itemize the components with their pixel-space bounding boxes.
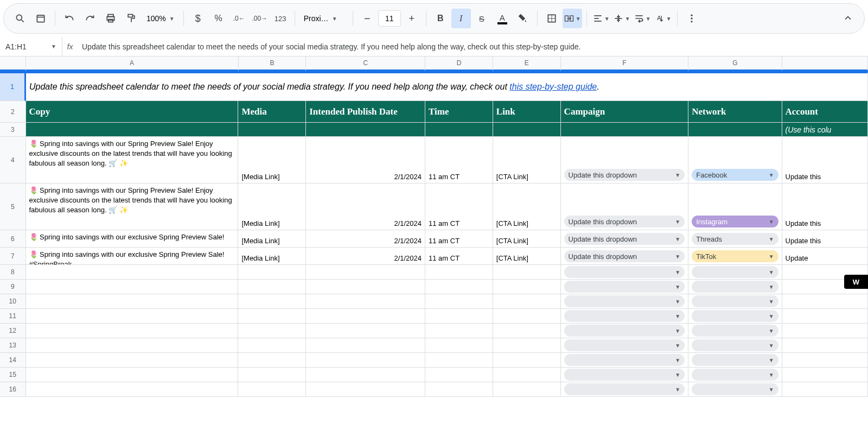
- cell[interactable]: [782, 368, 868, 382]
- dropdown-chip[interactable]: ▼: [692, 295, 778, 307]
- cell[interactable]: [493, 294, 561, 309]
- cell[interactable]: [306, 280, 425, 294]
- row-header[interactable]: 14: [0, 353, 26, 368]
- cell[interactable]: [688, 123, 782, 137]
- row-header[interactable]: 8: [0, 265, 26, 280]
- cell-campaign[interactable]: ▼: [561, 294, 689, 309]
- cell[interactable]: [493, 324, 561, 338]
- paint-format-icon[interactable]: [122, 9, 141, 28]
- horizontal-align-button[interactable]: ▼: [591, 9, 611, 28]
- cell[interactable]: [493, 338, 561, 353]
- select-all-corner[interactable]: [0, 56, 26, 72]
- cell-account[interactable]: Update: [782, 248, 868, 265]
- currency-format-button[interactable]: $: [188, 9, 208, 28]
- cell[interactable]: [782, 353, 868, 368]
- dropdown-chip[interactable]: ▼: [692, 383, 778, 395]
- cell-copy[interactable]: 🌷 Spring into savings with our Spring Pr…: [26, 184, 239, 230]
- dropdown-chip[interactable]: ▼: [692, 354, 778, 366]
- cell-account[interactable]: Update this: [782, 230, 868, 248]
- cell[interactable]: [238, 353, 306, 368]
- cell-account[interactable]: Update this: [782, 184, 868, 230]
- merge-cells-button[interactable]: ▼: [563, 9, 582, 28]
- cell[interactable]: [306, 294, 425, 309]
- cell-network[interactable]: ▼: [688, 294, 782, 309]
- dropdown-chip[interactable]: Facebook▼: [692, 169, 778, 181]
- cell[interactable]: [782, 382, 868, 397]
- cell[interactable]: [306, 338, 425, 353]
- cell-date[interactable]: 2/1/2024: [306, 230, 425, 248]
- cell[interactable]: [306, 309, 425, 324]
- cell-network[interactable]: TikTok▼: [688, 248, 782, 265]
- cell-link[interactable]: [CTA Link]: [493, 137, 561, 184]
- cell[interactable]: [493, 368, 561, 382]
- cell-time[interactable]: 11 am CT: [425, 137, 493, 184]
- header-copy[interactable]: Copy: [26, 101, 239, 123]
- increase-decimal-button[interactable]: .00→: [250, 9, 270, 28]
- cell-time[interactable]: 11 am CT: [425, 248, 493, 265]
- col-header[interactable]: B: [239, 56, 307, 72]
- dropdown-chip[interactable]: Instagram▼: [692, 216, 778, 227]
- cell[interactable]: [425, 280, 493, 294]
- font-family-select[interactable]: Proxi…▼: [299, 14, 348, 23]
- decrease-font-button[interactable]: −: [358, 9, 377, 28]
- cell-network[interactable]: ▼: [688, 265, 782, 280]
- header-account[interactable]: Account: [782, 101, 868, 123]
- cell[interactable]: [493, 353, 561, 368]
- cell-time[interactable]: 11 am CT: [425, 230, 493, 248]
- strikethrough-button[interactable]: S: [472, 9, 492, 28]
- header-campaign[interactable]: Campaign: [561, 101, 689, 123]
- row-header[interactable]: 3: [0, 123, 26, 137]
- vertical-align-button[interactable]: ▼: [612, 9, 631, 28]
- cell-campaign[interactable]: Update this dropdown▼: [561, 248, 689, 265]
- cell[interactable]: [238, 265, 306, 280]
- cell-campaign[interactable]: ▼: [561, 265, 689, 280]
- cell[interactable]: [782, 324, 868, 338]
- cell[interactable]: [782, 294, 868, 309]
- cell[interactable]: [425, 324, 493, 338]
- cell-campaign[interactable]: ▼: [561, 309, 689, 324]
- col-header[interactable]: D: [425, 56, 493, 72]
- increase-font-button[interactable]: +: [402, 9, 422, 28]
- cell[interactable]: [561, 123, 689, 137]
- cell-date[interactable]: 2/1/2024: [306, 184, 425, 230]
- row-header[interactable]: 12: [0, 324, 26, 338]
- redo-icon[interactable]: [80, 9, 100, 28]
- cell-copy[interactable]: 🌷 Spring into savings with our exclusive…: [26, 230, 239, 248]
- text-color-button[interactable]: A: [493, 9, 512, 28]
- cell[interactable]: [26, 294, 239, 309]
- cell[interactable]: [238, 324, 306, 338]
- dropdown-chip[interactable]: Update this dropdown▼: [564, 233, 685, 245]
- dropdown-chip[interactable]: TikTok▼: [692, 250, 778, 262]
- cell[interactable]: [493, 280, 561, 294]
- row-header[interactable]: 11: [0, 309, 26, 324]
- cell-network[interactable]: ▼: [688, 324, 782, 338]
- cell-campaign[interactable]: ▼: [561, 324, 689, 338]
- dropdown-chip[interactable]: ▼: [564, 383, 685, 395]
- row-header[interactable]: 16: [0, 382, 26, 397]
- cell-campaign[interactable]: Update this dropdown▼: [561, 184, 689, 230]
- col-header[interactable]: F: [561, 56, 689, 72]
- cell-account[interactable]: Update this: [782, 137, 868, 184]
- row-header[interactable]: 13: [0, 338, 26, 353]
- cell[interactable]: [26, 280, 239, 294]
- cell[interactable]: [26, 338, 239, 353]
- search-icon[interactable]: [10, 9, 30, 28]
- cell-copy[interactable]: 🌷 Spring into savings with our exclusive…: [26, 248, 239, 265]
- cell-media[interactable]: [Media Link]: [238, 137, 306, 184]
- cell-campaign[interactable]: ▼: [561, 368, 689, 382]
- cell-copy[interactable]: 🌷 Spring into savings with our Spring Pr…: [26, 137, 239, 184]
- italic-button[interactable]: I: [451, 9, 471, 28]
- col-header[interactable]: A: [26, 56, 239, 72]
- font-size-input[interactable]: [378, 10, 401, 27]
- cell-media[interactable]: [Media Link]: [238, 230, 306, 248]
- cell[interactable]: [425, 353, 493, 368]
- cell-network[interactable]: ▼: [688, 280, 782, 294]
- cell[interactable]: [306, 123, 425, 137]
- dropdown-chip[interactable]: ▼: [692, 310, 778, 322]
- dropdown-chip[interactable]: ▼: [564, 354, 685, 366]
- cell-network[interactable]: ▼: [688, 368, 782, 382]
- zoom-select[interactable]: 100%▼: [142, 14, 179, 23]
- cell-link[interactable]: [CTA Link]: [493, 248, 561, 265]
- dropdown-chip[interactable]: ▼: [564, 369, 685, 381]
- cell[interactable]: [26, 382, 239, 397]
